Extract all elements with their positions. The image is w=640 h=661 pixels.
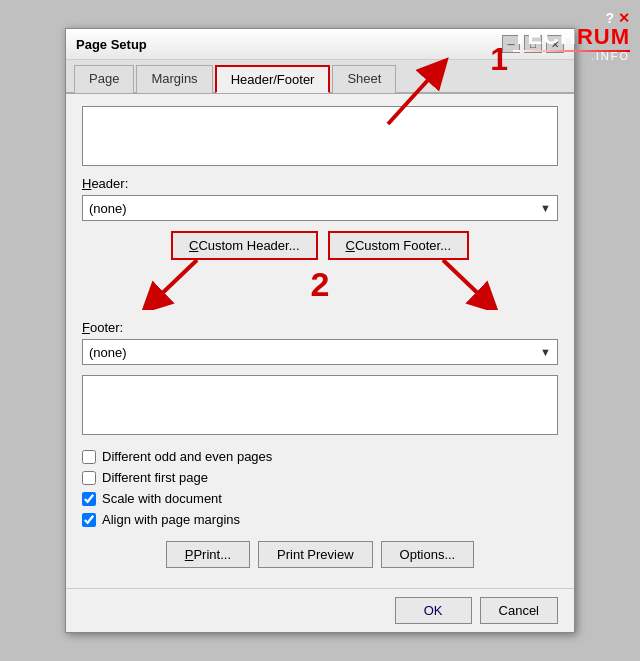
- scale-checkbox[interactable]: [82, 492, 96, 506]
- watermark-info: .INFO: [591, 50, 630, 62]
- bottom-buttons: PPrint... Print Preview Options...: [82, 541, 558, 568]
- header-dropdown[interactable]: (none) ▼: [82, 195, 558, 221]
- page-setup-dialog: Page Setup ─ □ ✕ Page Margins Header/Foo…: [65, 28, 575, 633]
- ok-cancel-row: OK Cancel: [66, 588, 574, 632]
- checkbox-scale: Scale with document: [82, 491, 558, 506]
- scale-label: Scale with document: [102, 491, 222, 506]
- footer-dropdown-value: (none): [89, 345, 127, 360]
- first-page-checkbox[interactable]: [82, 471, 96, 485]
- watermark-tech: TECH: [513, 26, 577, 48]
- checkbox-odd-even: Different odd and even pages: [82, 449, 558, 464]
- checkbox-align: Align with page margins: [82, 512, 558, 527]
- annotation-number-2: 2: [311, 265, 330, 304]
- svg-line-3: [152, 260, 197, 303]
- footer-label: Footer:: [82, 320, 558, 335]
- odd-even-checkbox[interactable]: [82, 450, 96, 464]
- footer-dropdown-arrow-icon: ▼: [540, 346, 551, 358]
- arrow-1-annotation: [368, 54, 458, 137]
- align-checkbox[interactable]: [82, 513, 96, 527]
- cancel-button[interactable]: Cancel: [480, 597, 558, 624]
- svg-line-5: [443, 260, 488, 303]
- tab-header-footer[interactable]: Header/Footer: [215, 65, 331, 93]
- header-dropdown-value: (none): [89, 201, 127, 216]
- checkbox-first-page: Different first page: [82, 470, 558, 485]
- annotation-2-area: 2: [82, 255, 558, 315]
- svg-line-1: [388, 69, 438, 124]
- print-button[interactable]: PPrint...: [166, 541, 250, 568]
- footer-preview: [82, 375, 558, 435]
- odd-even-label: Different odd and even pages: [102, 449, 272, 464]
- header-dropdown-arrow-icon: ▼: [540, 202, 551, 214]
- dialog-content: 1 Header: (none) ▼ CCustom Header... CCu…: [66, 94, 574, 588]
- align-label: Align with page margins: [102, 512, 240, 527]
- footer-dropdown[interactable]: (none) ▼: [82, 339, 558, 365]
- arrow-left-down: [142, 255, 212, 313]
- tab-margins[interactable]: Margins: [136, 65, 212, 93]
- annotation-number-1: 1: [490, 41, 508, 78]
- options-button[interactable]: Options...: [381, 541, 475, 568]
- watermark-rum: RUM: [577, 26, 630, 48]
- first-page-label: Different first page: [102, 470, 208, 485]
- ok-button[interactable]: OK: [395, 597, 472, 624]
- dialog-title: Page Setup: [76, 37, 147, 52]
- header-preview: [82, 106, 558, 166]
- header-label: Header:: [82, 176, 558, 191]
- arrow-right-down: [428, 255, 498, 313]
- tab-page[interactable]: Page: [74, 65, 134, 93]
- watermark: ? ✕ TECH RUM .INFO: [513, 10, 630, 62]
- print-preview-button[interactable]: Print Preview: [258, 541, 373, 568]
